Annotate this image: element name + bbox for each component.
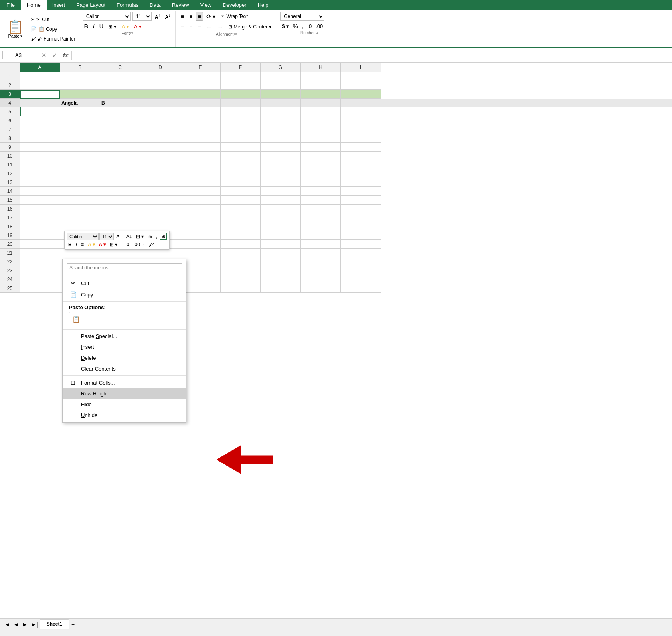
row-header-4[interactable]: 4 <box>0 99 20 107</box>
cell-D5[interactable] <box>140 107 180 116</box>
cell-E1[interactable] <box>180 72 221 81</box>
cell-D3[interactable] <box>140 90 180 99</box>
align-top-right-button[interactable]: ≡ <box>196 12 203 21</box>
cell-G3[interactable] <box>261 90 301 99</box>
cell-H5[interactable] <box>301 107 341 116</box>
sheet-nav-first[interactable]: |◄ <box>2 620 12 628</box>
mini-comma[interactable]: , <box>154 233 159 240</box>
add-sheet-button[interactable]: + <box>70 620 76 628</box>
cell-B3[interactable] <box>60 90 100 99</box>
ctx-format-cells[interactable]: ⊟ Format Cells... <box>63 377 186 388</box>
font-size-select[interactable]: 11 <box>132 12 152 21</box>
paste-button[interactable]: 📋 Paste ▾ <box>3 12 27 47</box>
mini-font-select[interactable]: Calibri <box>67 233 99 240</box>
col-header-B[interactable]: B <box>60 63 100 72</box>
tab-review[interactable]: Review <box>166 0 195 10</box>
tab-formulas[interactable]: Formulas <box>111 0 144 10</box>
underline-button[interactable]: U <box>98 22 105 30</box>
mini-indent-right[interactable]: .00→ <box>132 241 146 248</box>
cell-H4[interactable] <box>301 99 341 107</box>
sheet-nav-next[interactable]: ► <box>20 620 29 628</box>
align-left-button[interactable]: ≡ <box>179 22 186 31</box>
mini-format-painter-btn[interactable]: 🖌 <box>147 241 155 248</box>
tab-data[interactable]: Data <box>144 0 166 10</box>
italic-button[interactable]: I <box>91 22 96 30</box>
formula-input[interactable] <box>73 51 670 59</box>
mini-italic-button[interactable]: I <box>74 241 79 248</box>
cell-I4[interactable] <box>341 99 381 107</box>
mini-decrease-font[interactable]: A↓ <box>125 233 134 240</box>
cell-E5[interactable] <box>180 107 221 116</box>
row-header-2[interactable]: 2 <box>0 81 20 90</box>
context-menu-search[interactable] <box>63 261 186 275</box>
ctx-delete[interactable]: Delete <box>63 352 186 363</box>
cell-I3[interactable] <box>341 90 381 99</box>
col-header-F[interactable]: F <box>221 63 261 72</box>
ctx-paste-icon1[interactable]: 📋 <box>69 312 83 326</box>
cell-A4[interactable] <box>20 99 60 107</box>
align-top-left-button[interactable]: ≡ <box>179 12 186 21</box>
sheet-nav-prev[interactable]: ◄ <box>12 620 21 628</box>
cell-B5[interactable] <box>60 107 100 116</box>
cell-B4[interactable]: Angola <box>60 99 100 107</box>
select-all-button[interactable] <box>0 63 20 72</box>
align-right-button[interactable]: ≡ <box>196 22 203 31</box>
tab-home[interactable]: Home <box>21 0 47 10</box>
col-header-A[interactable]: A <box>20 63 60 72</box>
cell-E4[interactable] <box>180 99 221 107</box>
decrease-decimal-button[interactable]: .00 <box>314 22 324 30</box>
ctx-row-height[interactable]: Row Height... <box>63 388 186 399</box>
col-header-E[interactable]: E <box>180 63 221 72</box>
cell-reference-input[interactable]: A3 <box>2 51 34 59</box>
cell-G2[interactable] <box>261 81 301 90</box>
format-painter-button[interactable]: 🖌 🖌 Format Painter <box>29 35 77 43</box>
mini-borders-btn[interactable]: ⊞ <box>160 233 167 240</box>
accounting-button[interactable]: $ ▾ <box>280 22 291 30</box>
cell-A3[interactable] <box>20 90 60 99</box>
cell-I1[interactable] <box>341 72 381 81</box>
cell-D2[interactable] <box>140 81 180 90</box>
ctx-hide[interactable]: Hide <box>63 399 186 410</box>
cell-H2[interactable] <box>301 81 341 90</box>
cell-G1[interactable] <box>261 72 301 81</box>
indent-increase-button[interactable]: → <box>215 22 225 31</box>
mini-increase-font[interactable]: A↑ <box>115 233 124 240</box>
sheet-nav-last[interactable]: ►| <box>29 620 40 628</box>
merge-center-button[interactable]: ⊡ Merge & Center ▾ <box>226 23 274 31</box>
mini-align-button[interactable]: ≡ <box>79 241 85 248</box>
cell-I5[interactable] <box>341 107 381 116</box>
cell-E2[interactable] <box>180 81 221 90</box>
cell-A1[interactable] <box>20 72 60 81</box>
tab-view[interactable]: View <box>194 0 217 10</box>
rotate-text-button[interactable]: ⟳ ▾ <box>204 12 218 21</box>
row-header-1[interactable]: 1 <box>0 72 20 81</box>
tab-file[interactable]: File <box>0 0 21 10</box>
ctx-copy[interactable]: 📄 Copy <box>63 289 186 300</box>
cell-F2[interactable] <box>221 81 261 90</box>
number-format-select[interactable]: General <box>280 12 324 21</box>
font-name-select[interactable]: Calibri <box>83 12 131 21</box>
fx-button[interactable]: fx <box>61 51 70 59</box>
copy-button[interactable]: 📄 📋 Copy <box>29 25 77 33</box>
cell-F4[interactable] <box>221 99 261 107</box>
cut-button[interactable]: ✂ ✂ Cut <box>29 16 77 24</box>
cell-B2[interactable] <box>60 81 100 90</box>
ctx-unhide[interactable]: Unhide <box>63 410 186 421</box>
cell-G5[interactable] <box>261 107 301 116</box>
col-header-C[interactable]: C <box>100 63 140 72</box>
cell-F3[interactable] <box>221 90 261 99</box>
sheet-tab-1[interactable]: Sheet1 <box>40 619 69 629</box>
comma-button[interactable]: , <box>300 22 305 30</box>
font-expand-icon[interactable]: ⧉ <box>130 31 133 36</box>
ctx-cut[interactable]: ✂ Cut <box>63 277 186 289</box>
cell-E3[interactable] <box>180 90 221 99</box>
mini-percent[interactable]: % <box>146 233 154 240</box>
cell-A5[interactable] <box>20 107 60 116</box>
merge-dropdown-icon[interactable]: ▾ <box>269 24 271 30</box>
cell-G4[interactable] <box>261 99 301 107</box>
bold-button[interactable]: B <box>83 22 90 30</box>
align-top-center-button[interactable]: ≡ <box>187 12 194 21</box>
cell-C4[interactable]: B <box>100 99 140 107</box>
cell-F1[interactable] <box>221 72 261 81</box>
align-center-button[interactable]: ≡ <box>187 22 194 31</box>
